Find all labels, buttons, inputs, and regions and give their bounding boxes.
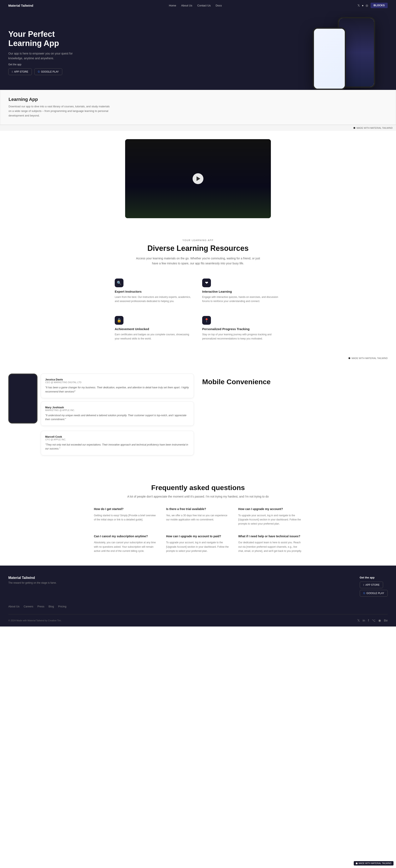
footer-brand-name: Material Tailwind — [8, 576, 57, 580]
faq-item-3: How can I upgrade my account? To upgrade… — [238, 507, 302, 526]
footer-brand: Material Tailwind The reward for getting… — [8, 576, 57, 584]
footer-top: Material Tailwind The reward for getting… — [8, 576, 388, 596]
expert-icon: 🔍 — [115, 279, 123, 287]
facebook-icon[interactable]: ● — [362, 4, 364, 7]
nav-contact[interactable]: Contact Us — [197, 4, 210, 7]
footer-apple-icon:  — [363, 584, 364, 586]
phone-mockup-testimonials — [8, 374, 37, 424]
faq-item-4: Can I cancel my subscription anytime? Ab… — [94, 534, 158, 553]
testimonial-cards: Jessica Davis CEO @ MARKETING DIGITAL LT… — [41, 374, 194, 429]
hero-description: Our app is here to empower you on your q… — [8, 51, 87, 61]
made-with-text: MADE WITH MATERIAL TAILWIND — [357, 127, 393, 129]
footer-github-icon[interactable]: ⌥ — [372, 619, 375, 622]
made-with-text-2: MADE WITH MATERIAL TAILWIND — [351, 357, 388, 360]
section-label: YOUR LEARNING APP — [8, 239, 388, 242]
feature-desc-2: Engage with interactive quizzes, hands-o… — [202, 295, 281, 304]
testimonial-role-3: CFO @ APPLE INC. — [45, 438, 190, 441]
footer-nav-pricing[interactable]: Pricing — [58, 605, 66, 608]
phone-secondary — [313, 27, 346, 90]
faq-section: Frequently asked questions A lot of peop… — [0, 471, 396, 566]
nav-links: Home About Us Contact Us Docs — [169, 4, 222, 7]
faq-a-5: To upgrade your account, log in and navi… — [166, 540, 230, 553]
footer-behance-icon[interactable]: Be — [384, 619, 388, 622]
testimonials-column: Jessica Davis CEO @ MARKETING DIGITAL LT… — [8, 374, 194, 459]
faq-a-3: To upgrade your account, log in and navi… — [238, 514, 302, 526]
feature-title-2: Interactive Learning — [202, 290, 281, 293]
faq-a-4: Absolutely, you can cancel your subscrip… — [94, 540, 158, 553]
faq-subtitle: A lot of people don't appreciate the mom… — [8, 494, 388, 499]
footer-nav-careers[interactable]: Careers — [24, 605, 33, 608]
nav-home[interactable]: Home — [169, 4, 176, 7]
footer-tagline: The reward for getting on the stage is f… — [8, 581, 57, 584]
made-with-badge-1: MADE WITH MATERIAL TAILWIND — [0, 125, 396, 131]
google-play-button[interactable]: G GOOGLE PLAY — [34, 68, 62, 75]
get-app-label: Get the app — [8, 63, 87, 66]
feature-desc-3: Earn certificates and badges as you comp… — [115, 332, 194, 341]
testimonial-3: Marcell Cook CFO @ APPLE INC. "They not … — [41, 431, 194, 455]
footer-get-app: Get the app  APP STORE G GOOGLE PLAY — [360, 576, 388, 596]
footer-nav-press[interactable]: Press — [37, 605, 44, 608]
diverse-section: YOUR LEARNING APP Diverse Learning Resou… — [0, 226, 396, 355]
blocks-button[interactable]: BLOCKS — [371, 3, 388, 8]
feature-title-3: Achievement Unlocked — [115, 327, 194, 331]
testimonial-role-2: MARKETING @ APPLE INC. — [45, 409, 190, 411]
nav-about[interactable]: About Us — [181, 4, 192, 7]
testimonial-name-3: Marcell Cook — [45, 435, 190, 438]
learning-app-title: Learning App — [8, 97, 388, 102]
hero-buttons:  APP STORE G GOOGLE PLAY — [8, 68, 87, 75]
navbar: Material Tailwind Home About Us Contact … — [0, 0, 396, 11]
feature-title-4: Personalized Progress Tracking — [202, 327, 281, 331]
feature-interactive-learning: ❤ Interactive Learning Engage with inter… — [202, 276, 281, 306]
footer-nav-about[interactable]: About Us — [8, 605, 19, 608]
learning-app-section: Learning App Download our app to dive in… — [0, 90, 396, 125]
social-icons: 𝕏 ● ◎ — [358, 4, 368, 7]
features-grid: 🔍 Expert Instructors Learn from the best… — [115, 276, 281, 343]
learning-app-description: Download our app to dive into a vast lib… — [8, 104, 113, 118]
testimonial-role-1: CEO @ MARKETING DIGITAL LTD — [45, 381, 190, 383]
mobile-section: Jessica Davis CEO @ MARKETING DIGITAL LT… — [0, 361, 396, 471]
app-store-button[interactable]:  APP STORE — [8, 68, 32, 75]
nav-docs[interactable]: Docs — [216, 4, 222, 7]
feature-title-1: Expert Instructors — [115, 290, 194, 293]
footer-nav-blog[interactable]: Blog — [49, 605, 54, 608]
feature-achievement: 🔒 Achievement Unlocked Earn certificates… — [115, 314, 194, 343]
play-button[interactable] — [193, 173, 203, 184]
instagram-icon[interactable]: ◎ — [366, 4, 368, 7]
interactive-icon: ❤ — [202, 279, 211, 287]
faq-a-2: Yes, we offer a 30 days free trial so yo… — [166, 514, 230, 522]
twitter-icon[interactable]: 𝕏 — [358, 4, 360, 7]
footer: Material Tailwind The reward for getting… — [0, 565, 396, 626]
mobile-title: Mobile Convenience — [202, 378, 388, 386]
badge-dot — [353, 127, 355, 129]
testimonial-1: Jessica Davis CEO @ MARKETING DIGITAL LT… — [41, 374, 194, 398]
testimonial-name-1: Jessica Davis — [45, 378, 190, 381]
footer-app-store-btn[interactable]:  APP STORE — [360, 582, 383, 588]
faq-q-2: Is there a free trial available? — [166, 507, 230, 511]
apple-icon:  — [12, 70, 13, 73]
video-container[interactable] — [125, 139, 271, 218]
faq-q-6: What if I need help or have technical is… — [238, 534, 302, 538]
footer-facebook-icon[interactable]: f — [368, 619, 369, 622]
faq-q-4: Can I cancel my subscription anytime? — [94, 534, 158, 538]
hero-title: Your Perfect Learning App — [8, 30, 87, 48]
footer-nav: About Us Careers Press Blog Pricing — [8, 605, 388, 608]
footer-google-icon: G — [363, 592, 365, 595]
footer-linkedin-icon[interactable]: in — [363, 619, 365, 622]
faq-item-5: How can I upgrade my account to paid? To… — [166, 534, 230, 553]
brand-logo: Material Tailwind — [8, 4, 33, 7]
navbar-right: 𝕏 ● ◎ BLOCKS — [358, 3, 388, 8]
footer-dribbble-icon[interactable]: ◉ — [378, 619, 381, 622]
faq-item-2: Is there a free trial available? Yes, we… — [166, 507, 230, 526]
testimonial-text-1: "It has been a game changer for my busin… — [45, 385, 190, 394]
faq-a-1: Getting started is easy! Simply [Provide… — [94, 514, 158, 522]
faq-title: Frequently asked questions — [8, 484, 388, 492]
footer-copyright: © 2024 Made with Material Tailwind by Cr… — [8, 619, 62, 622]
footer-google-play-btn[interactable]: G GOOGLE PLAY — [360, 590, 388, 596]
footer-twitter-icon[interactable]: 𝕏 — [357, 619, 360, 622]
achievement-icon: 🔒 — [115, 316, 123, 325]
footer-get-app-label: Get the app — [360, 576, 388, 579]
faq-item-1: How do I get started? Getting started is… — [94, 507, 158, 526]
faq-q-5: How can I upgrade my account to paid? — [166, 534, 230, 538]
testimonial-text-2: "It understood my unique needs and deliv… — [45, 413, 190, 422]
faq-grid: How do I get started? Getting started is… — [94, 507, 302, 553]
